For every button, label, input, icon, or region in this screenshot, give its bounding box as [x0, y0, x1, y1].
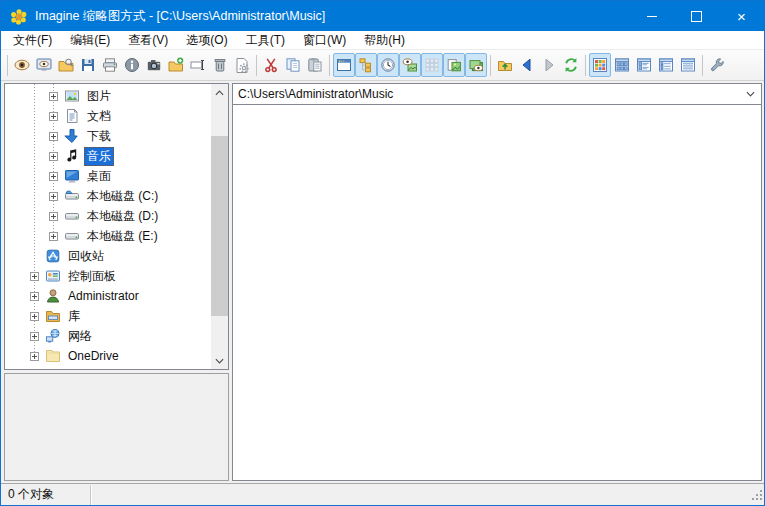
- preview-pane: [4, 373, 229, 481]
- tree-scrollbar[interactable]: [211, 84, 228, 369]
- expand-plus-icon[interactable]: [30, 352, 39, 361]
- toolbar-separator: [256, 55, 257, 76]
- scroll-up-button[interactable]: [211, 84, 228, 101]
- grid-icon: [424, 57, 440, 73]
- expand-plus-icon[interactable]: [49, 152, 58, 161]
- tree-item-disk-e[interactable]: 本地磁盘 (E:): [5, 226, 211, 246]
- view-image-button[interactable]: [11, 53, 33, 77]
- back-button[interactable]: [516, 53, 538, 77]
- tree-item-recycle-bin[interactable]: 回收站: [5, 246, 211, 266]
- tree-item-label: 本地磁盘 (D:): [84, 207, 161, 226]
- tree-item-documents[interactable]: 文档: [5, 106, 211, 126]
- file-list-area[interactable]: [233, 105, 761, 480]
- toggle-address-bar-button[interactable]: [333, 53, 355, 77]
- expand-plus-icon[interactable]: [49, 132, 58, 141]
- tree-item-network[interactable]: 网络: [5, 326, 211, 346]
- browse-button[interactable]: [55, 53, 77, 77]
- expand-plus-icon[interactable]: [30, 312, 39, 321]
- tree-item-music[interactable]: 音乐: [5, 146, 211, 166]
- window-title: Imagine 缩略图方式 - [C:\Users\Administrator\…: [35, 8, 325, 25]
- tree-item-pictures[interactable]: 图片: [5, 86, 211, 106]
- menu-help[interactable]: 帮助(H): [355, 31, 414, 50]
- resize-grip[interactable]: [752, 490, 763, 504]
- expand-plus-icon[interactable]: [49, 232, 58, 241]
- scroll-track[interactable]: [211, 101, 228, 352]
- tree-item-label: 回收站: [65, 247, 107, 266]
- tree-item-administrator[interactable]: Administrator: [5, 286, 211, 306]
- toggle-preview-button[interactable]: [399, 53, 421, 77]
- delete-button[interactable]: [209, 53, 231, 77]
- disk-c-icon: [63, 188, 80, 204]
- options-button[interactable]: [706, 53, 728, 77]
- arrow-right-icon: [541, 57, 557, 73]
- address-combobox[interactable]: C:\Users\Administrator\Music: [233, 84, 761, 105]
- tree-item-disk-d[interactable]: 本地磁盘 (D:): [5, 206, 211, 226]
- menu-view[interactable]: 查看(V): [119, 31, 177, 50]
- copy-button[interactable]: [282, 53, 304, 77]
- tree-item-libraries[interactable]: 库: [5, 306, 211, 326]
- parent-folder-button[interactable]: [494, 53, 516, 77]
- save-button[interactable]: [77, 53, 99, 77]
- thumbnails-view-button[interactable]: [589, 53, 611, 77]
- expand-plus-icon[interactable]: [49, 212, 58, 221]
- refresh-icon: [563, 57, 579, 73]
- clock-icon: [380, 57, 396, 73]
- eye-image-icon: [402, 57, 418, 73]
- expand-plus-icon[interactable]: [49, 92, 58, 101]
- minimize-icon: [647, 16, 657, 17]
- tree-item-control-panel[interactable]: 控制面板: [5, 266, 211, 286]
- details-view-button[interactable]: [677, 53, 699, 77]
- tree-item-onedrive[interactable]: OneDrive: [5, 346, 211, 366]
- file-info-button[interactable]: [121, 53, 143, 77]
- batch-convert-button[interactable]: [231, 53, 253, 77]
- toggle-folder-tree-button[interactable]: [355, 53, 377, 77]
- eye-icon: [14, 57, 30, 73]
- toggle-show-images-button[interactable]: [465, 53, 487, 77]
- new-folder-button[interactable]: [165, 53, 187, 77]
- expand-plus-icon[interactable]: [49, 192, 58, 201]
- forward-button[interactable]: [538, 53, 560, 77]
- slideshow-button[interactable]: [33, 53, 55, 77]
- close-button[interactable]: ×: [719, 1, 764, 31]
- maximize-button[interactable]: [674, 1, 719, 31]
- scroll-down-button[interactable]: [211, 352, 228, 369]
- chevron-down-icon[interactable]: [744, 88, 756, 100]
- refresh-button[interactable]: [560, 53, 582, 77]
- toggle-copy-image-button[interactable]: [443, 53, 465, 77]
- tree-item-desktop[interactable]: 桌面: [5, 166, 211, 186]
- monitor-eye-icon: [36, 57, 52, 73]
- print-button[interactable]: [99, 53, 121, 77]
- toolbar-separator: [585, 55, 586, 76]
- list-view-button[interactable]: [655, 53, 677, 77]
- expand-plus-icon[interactable]: [30, 292, 39, 301]
- cut-button[interactable]: [260, 53, 282, 77]
- user-icon: [44, 288, 61, 304]
- tree-item-label: 本地磁盘 (C:): [84, 187, 161, 206]
- tiles-view-button[interactable]: [633, 53, 655, 77]
- expand-plus-icon[interactable]: [49, 172, 58, 181]
- tree-item-downloads[interactable]: 下载: [5, 126, 211, 146]
- icons-view-button[interactable]: [611, 53, 633, 77]
- folder-plus-icon: [168, 57, 184, 73]
- menu-tools[interactable]: 工具(T): [237, 31, 294, 50]
- clipboard-icon: [307, 57, 323, 73]
- expand-plus-icon[interactable]: [49, 112, 58, 121]
- capture-button[interactable]: [143, 53, 165, 77]
- expand-plus-icon[interactable]: [30, 332, 39, 341]
- menu-edit[interactable]: 编辑(E): [61, 31, 119, 50]
- toggle-grid-button[interactable]: [421, 53, 443, 77]
- menu-options[interactable]: 选项(O): [177, 31, 236, 50]
- paste-button[interactable]: [304, 53, 326, 77]
- menu-file[interactable]: 文件(F): [4, 31, 61, 50]
- window-address-icon: [336, 57, 352, 73]
- tree-item-label: 下载: [84, 127, 114, 146]
- maximize-icon: [691, 11, 702, 22]
- scroll-thumb[interactable]: [211, 136, 228, 316]
- toggle-history-button[interactable]: [377, 53, 399, 77]
- rename-button[interactable]: [187, 53, 209, 77]
- minimize-button[interactable]: [629, 1, 674, 31]
- menu-window[interactable]: 窗口(W): [294, 31, 355, 50]
- arrow-left-icon: [519, 57, 535, 73]
- tree-item-disk-c[interactable]: 本地磁盘 (C:): [5, 186, 211, 206]
- expand-plus-icon[interactable]: [30, 272, 39, 281]
